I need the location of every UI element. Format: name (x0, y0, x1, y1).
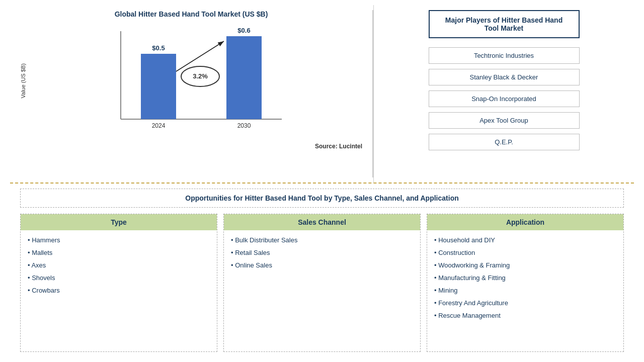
list-item: • Manufacturing & Fitting (434, 274, 616, 282)
player-apex: Apex Tool Group (429, 112, 580, 129)
type-column-content: • Hammers • Mallets • Axes • Shovels • C… (21, 230, 217, 351)
svg-text:3.2%: 3.2% (193, 72, 208, 80)
opportunities-title: Opportunities for Hitter Based Hand Tool… (20, 189, 624, 208)
player-techtronic: Techtronic Industries (429, 47, 580, 64)
list-item: • Online Sales (231, 261, 413, 269)
major-players-title: Major Players of Hitter Based Hand Tool … (429, 10, 580, 38)
type-column-header: Type (21, 214, 217, 230)
type-column: Type • Hammers • Mallets • Axes • Shovel… (20, 214, 217, 352)
list-item: • Rescue Management (434, 312, 616, 319)
list-item: • Crowbars (28, 287, 210, 294)
player-qep: Q.E.P. (429, 134, 580, 150)
application-column: Application • Household and DIY • Constr… (427, 214, 624, 352)
list-item: • Household and DIY (434, 236, 616, 244)
source-text: Source: Lucintel (315, 143, 362, 150)
player-stanley: Stanley Black & Decker (429, 69, 580, 85)
svg-text:2024: 2024 (152, 122, 166, 129)
right-panel: Major Players of Hitter Based Hand Tool … (373, 5, 634, 183)
main-container: Global Hitter Based Hand Tool Market (US… (0, 0, 644, 362)
svg-text:$0.5: $0.5 (152, 44, 165, 52)
svg-text:$0.6: $0.6 (237, 27, 250, 34)
application-content: • Household and DIY • Construction • Woo… (427, 230, 623, 351)
sales-channel-header: Sales Channel (224, 214, 420, 230)
bar-chart: $0.5 2024 $0.6 2030 (30, 26, 362, 137)
chart-area: Global Hitter Based Hand Tool Market (US… (10, 5, 372, 183)
svg-rect-5 (226, 36, 262, 119)
list-item: • Woodworking & Framing (434, 261, 616, 269)
list-item: • Mining (434, 287, 616, 294)
sales-channel-column: Sales Channel • Bulk Distributer Sales •… (223, 214, 421, 352)
list-item: • Retail Sales (231, 249, 413, 256)
chart-title: Global Hitter Based Hand Tool Market (US… (115, 10, 268, 18)
bottom-section: Opportunities for Hitter Based Hand Tool… (10, 184, 634, 357)
list-item: • Forestry And Agriculture (434, 299, 616, 307)
top-section: Global Hitter Based Hand Tool Market (US… (10, 5, 634, 184)
columns-container: Type • Hammers • Mallets • Axes • Shovel… (20, 214, 624, 352)
list-item: • Bulk Distributer Sales (231, 236, 413, 244)
svg-text:2030: 2030 (237, 122, 251, 129)
application-header: Application (427, 214, 623, 230)
y-axis-label: Value (US $B) (20, 63, 26, 99)
svg-rect-2 (141, 54, 176, 119)
list-item: • Shovels (28, 274, 210, 282)
list-item: • Hammers (28, 236, 210, 244)
list-item: • Mallets (28, 249, 210, 256)
list-item: • Axes (28, 261, 210, 269)
list-item: • Construction (434, 249, 616, 256)
player-snapon: Snap-On Incorporated (429, 90, 580, 107)
sales-channel-content: • Bulk Distributer Sales • Retail Sales … (224, 230, 420, 351)
